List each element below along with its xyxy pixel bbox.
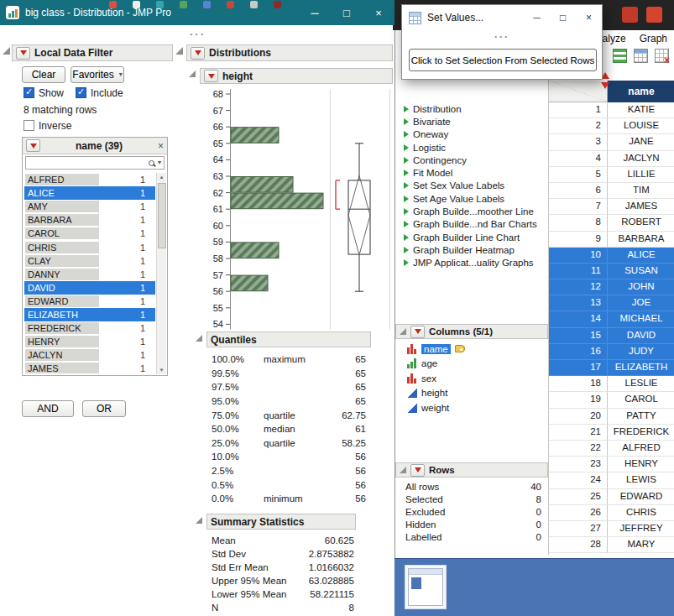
name-cell[interactable]: CAROL — [608, 392, 674, 408]
row-number-cell[interactable]: 3 — [549, 134, 608, 150]
table-row[interactable]: 4 JACLYN — [549, 151, 674, 167]
table-row[interactable]: 24 LEWIS — [549, 472, 674, 488]
row-number-cell[interactable]: 5 — [549, 167, 608, 183]
table-row[interactable]: 1 KATIE — [549, 102, 674, 118]
histogram-boxplot-svg[interactable]: 686766656463626160595857565554 — [200, 86, 393, 336]
name-cell[interactable]: KATIE — [608, 102, 674, 118]
row-number-cell[interactable]: 16 — [549, 344, 608, 360]
scrollbar[interactable]: ▴ ▾ — [156, 173, 166, 374]
name-cell[interactable]: LOUISE — [608, 118, 674, 134]
row-number-cell[interactable]: 18 — [549, 376, 608, 392]
script-item[interactable]: Distribution — [404, 102, 548, 115]
collapse-triangle-icon[interactable] — [400, 328, 406, 335]
name-cell[interactable]: LILLIE — [608, 167, 674, 183]
row-number-cell[interactable]: 23 — [549, 457, 608, 472]
name-cell[interactable]: LESLIE — [608, 376, 674, 392]
column-list-item[interactable]: name — [400, 342, 548, 357]
name-cell[interactable]: FREDERICK — [608, 425, 674, 441]
search-dropdown-icon[interactable]: ▾ — [158, 159, 161, 166]
height-histogram-and-boxplot[interactable]: 686766656463626160595857565554 — [200, 86, 393, 336]
run-script-icon[interactable] — [404, 247, 409, 253]
name-cell[interactable]: DAVID — [608, 328, 674, 344]
row-number-cell[interactable]: 6 — [549, 183, 608, 199]
row-number-cell[interactable]: 19 — [549, 392, 608, 408]
dialog-titlebar[interactable]: Set Values... ─ □ × — [402, 5, 602, 30]
red-triangle-menu-icon[interactable] — [16, 47, 30, 60]
table-row[interactable]: 9 BARBARA — [549, 232, 674, 248]
row-number-cell[interactable]: 28 — [549, 537, 608, 553]
red-triangle-menu-icon[interactable] — [410, 464, 425, 477]
script-item[interactable]: Graph Builde...moother Line — [404, 205, 548, 217]
table-row[interactable]: 2 LOUISE — [549, 118, 674, 134]
filter-name-row[interactable]: BARBARA 1 — [24, 213, 155, 227]
row-number-cell[interactable]: 26 — [549, 505, 608, 521]
name-cell[interactable]: JANE — [608, 134, 674, 150]
taskbar-thumbnail[interactable] — [405, 565, 447, 609]
red-triangle-menu-icon[interactable] — [191, 47, 205, 60]
clear-button[interactable]: Clear — [22, 66, 65, 83]
table-row[interactable]: 27 JEFFREY — [549, 521, 674, 537]
name-cell[interactable]: ROBERT — [608, 215, 674, 231]
red-triangle-menu-icon[interactable] — [204, 70, 218, 82]
script-item[interactable]: Set Age Value Labels — [404, 192, 548, 205]
row-number-cell[interactable]: 8 — [549, 215, 608, 231]
name-cell[interactable]: JACLYN — [608, 151, 674, 167]
run-script-icon[interactable] — [404, 182, 409, 189]
row-number-cell[interactable]: 10 — [549, 248, 608, 264]
toolbar-grip-dots[interactable]: ··· — [190, 28, 206, 40]
column-name[interactable]: age — [421, 358, 437, 368]
inverse-checkbox[interactable] — [24, 120, 34, 131]
filter-name-row[interactable]: CHRIS 1 — [24, 240, 155, 253]
collapse-triangle-icon[interactable] — [175, 47, 183, 55]
row-number-cell[interactable]: 11 — [549, 264, 608, 279]
name-cell[interactable]: HENRY — [608, 457, 674, 472]
table-row[interactable]: 14 MICHAEL — [549, 311, 674, 327]
red-triangle-menu-icon[interactable] — [26, 139, 40, 152]
table-row[interactable]: 8 ROBERT — [549, 215, 674, 231]
column-name[interactable]: height — [421, 388, 447, 398]
collapse-triangle-icon[interactable] — [196, 517, 202, 524]
close-icon[interactable]: × — [576, 5, 602, 30]
table-row[interactable]: 3 JANE — [549, 134, 674, 150]
filter-name-row[interactable]: CAROL 1 — [24, 227, 155, 240]
table-row[interactable]: 28 MARY — [549, 537, 674, 553]
close-icon[interactable]: × — [363, 0, 394, 25]
row-number-cell[interactable]: 1 — [549, 102, 608, 118]
collapse-triangle-icon[interactable] — [400, 467, 406, 473]
script-item[interactable]: Graph Builder Heatmap — [404, 243, 548, 256]
script-item[interactable]: Fit Model — [404, 166, 548, 179]
run-script-icon[interactable] — [404, 196, 409, 202]
script-item[interactable]: JMP Applicat...uality Graphs — [404, 257, 548, 269]
table-row[interactable]: 16 JUDY — [549, 344, 674, 360]
name-cell[interactable]: LEWIS — [608, 472, 674, 488]
filter-name-row[interactable]: JACLYN 1 — [24, 348, 155, 362]
table-row[interactable]: 21 FREDERICK — [549, 425, 674, 441]
grid-corner-cell[interactable] — [549, 81, 608, 102]
show-checkbox[interactable] — [24, 87, 34, 98]
row-number-cell[interactable]: 13 — [549, 295, 608, 311]
table-row[interactable]: 20 PATTY — [549, 409, 674, 425]
script-item[interactable]: Bivariate — [404, 115, 548, 128]
search-input[interactable]: ▾ — [25, 156, 165, 170]
name-cell[interactable]: ELIZABETH — [608, 360, 674, 376]
run-script-icon[interactable] — [404, 259, 409, 266]
table-row[interactable]: 23 HENRY — [549, 457, 674, 472]
filter-name-row[interactable]: DANNY 1 — [24, 268, 155, 281]
script-item[interactable]: Logistic — [404, 141, 548, 154]
row-number-cell[interactable]: 2 — [549, 118, 608, 134]
filter-name-row[interactable]: HENRY 1 — [24, 335, 155, 348]
name-cell[interactable]: MARY — [608, 537, 674, 553]
row-number-cell[interactable]: 21 — [549, 425, 608, 441]
maximize-icon[interactable]: □ — [550, 5, 576, 30]
name-cell[interactable]: TIM — [608, 183, 674, 199]
name-cell[interactable]: JUDY — [608, 344, 674, 360]
red-triangle-menu-icon[interactable] — [410, 326, 425, 338]
name-cell[interactable]: ALFRED — [608, 441, 674, 457]
run-script-icon[interactable] — [404, 208, 409, 215]
row-number-cell[interactable]: 12 — [549, 279, 608, 295]
set-selection-button[interactable]: Click to Set Selection From Selected Row… — [409, 49, 597, 71]
and-button[interactable]: AND — [22, 400, 74, 417]
table-row[interactable]: 17 ELIZABETH — [549, 360, 674, 376]
filter-name-row[interactable]: EDWARD 1 — [24, 295, 155, 308]
table-row[interactable]: 26 CHRIS — [549, 505, 674, 521]
